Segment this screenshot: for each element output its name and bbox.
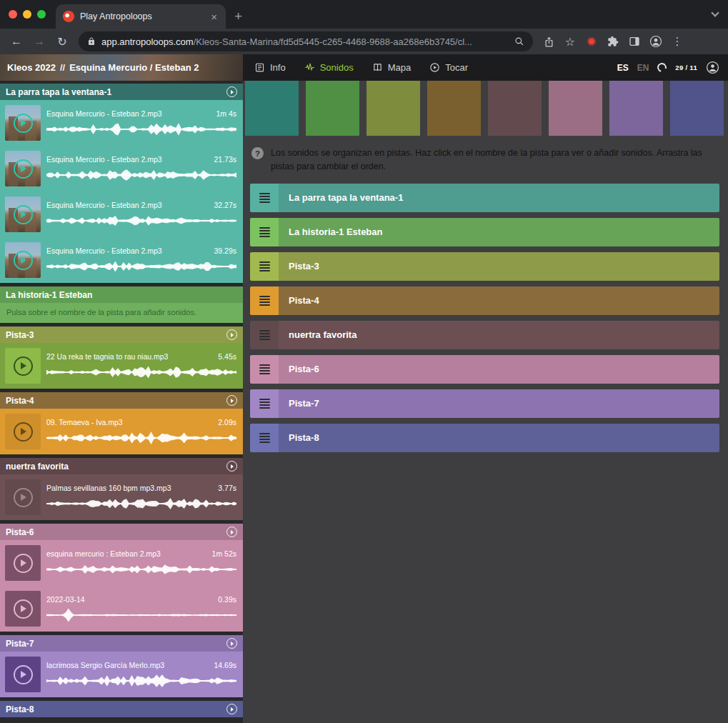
close-window-button[interactable] <box>9 10 17 19</box>
track-play-icon[interactable] <box>226 86 237 97</box>
track-row-button[interactable]: Pista-3 <box>279 252 719 281</box>
track-row[interactable]: Pista-8 <box>250 424 719 452</box>
track-play-icon[interactable] <box>226 461 237 472</box>
lang-en-button[interactable]: EN <box>637 63 649 73</box>
audio-clip[interactable]: Esquina Mercurio - Esteban 2.mp321.73s <box>0 146 243 191</box>
waveform[interactable] <box>46 259 236 274</box>
new-tab-button[interactable]: + <box>226 9 251 29</box>
drag-handle-icon[interactable] <box>250 184 279 212</box>
audio-clip[interactable]: 22 Ua reka te tagnia to rau niau.mp35.45… <box>0 343 243 389</box>
address-bar[interactable]: app.antropoloops.com/Kleos-Santa-Marina/… <box>79 31 533 51</box>
clip-play-button[interactable] <box>5 591 41 627</box>
audio-clip[interactable]: Palmas sevillanas 160 bpm mp3.mp33.77s <box>0 474 243 520</box>
browser-menu-icon[interactable]: ⋮ <box>667 31 687 51</box>
side-panel-icon[interactable] <box>624 31 644 51</box>
waveform[interactable] <box>46 562 236 577</box>
track-row-button[interactable]: Pista-7 <box>279 389 719 418</box>
track-color-swatch[interactable] <box>549 81 602 136</box>
share-icon[interactable] <box>539 31 559 51</box>
forward-button[interactable]: → <box>29 31 50 52</box>
drag-handle-icon[interactable] <box>250 355 279 384</box>
back-button[interactable]: ← <box>6 31 27 52</box>
nav-sonidos[interactable]: Sonidos <box>304 62 354 73</box>
profile-avatar[interactable] <box>646 31 666 51</box>
track-row[interactable]: nuertra favorita <box>250 321 719 349</box>
track-header[interactable]: Pista-6 <box>0 524 243 540</box>
clip-play-button[interactable] <box>5 348 41 384</box>
waveform[interactable] <box>46 430 236 446</box>
drag-handle-icon[interactable] <box>250 252 279 281</box>
minimize-window-button[interactable] <box>23 10 31 19</box>
track-color-swatch[interactable] <box>306 81 359 136</box>
track-header[interactable]: Pista-3 <box>0 326 243 343</box>
track-color-swatch[interactable] <box>609 81 663 136</box>
waveform[interactable] <box>46 607 236 623</box>
waveform[interactable] <box>46 167 236 183</box>
breadcrumb[interactable]: Kleos 2022 // Esquina Mercurio / Esteban… <box>0 54 243 81</box>
audio-clip[interactable]: esquina mercurio : Esteban 2.mp31m 52s <box>0 540 243 586</box>
account-icon[interactable] <box>706 61 719 74</box>
track-row[interactable]: Pista-4 <box>250 286 719 315</box>
track-row[interactable]: Pista-7 <box>250 389 719 418</box>
track-color-swatch[interactable] <box>488 81 542 136</box>
bookmark-star-icon[interactable]: ☆ <box>560 31 580 51</box>
waveform[interactable] <box>46 213 236 229</box>
clip-play-button[interactable] <box>5 414 41 449</box>
nav-mapa[interactable]: Mapa <box>372 62 412 73</box>
waveform[interactable] <box>46 496 236 512</box>
track-play-icon[interactable] <box>226 329 237 340</box>
track-row-button[interactable]: Pista-4 <box>279 286 719 315</box>
browser-tab[interactable]: Play Antropoloops × <box>56 4 226 29</box>
track-row-button[interactable]: Pista-8 <box>279 424 719 452</box>
audio-clip[interactable]: lacrimosa Sergio García Merlo.mp314.69s <box>0 652 243 697</box>
track-row-button[interactable]: Pista-6 <box>279 355 719 384</box>
track-color-swatch[interactable] <box>245 81 299 136</box>
drag-handle-icon[interactable] <box>250 321 279 349</box>
clip-play-button[interactable] <box>5 545 41 581</box>
audio-clip[interactable]: 09. Temaeva - Iva.mp32.09s <box>0 409 243 454</box>
track-color-swatch[interactable] <box>367 81 420 136</box>
track-color-swatch[interactable] <box>670 81 724 136</box>
extensions-puzzle-icon[interactable] <box>603 31 623 51</box>
clip-play-button[interactable] <box>5 479 41 515</box>
track-play-icon[interactable] <box>226 704 237 714</box>
track-row[interactable]: La historia-1 Esteban <box>250 218 719 246</box>
zoom-icon[interactable] <box>514 36 524 46</box>
fullscreen-window-button[interactable] <box>37 10 46 19</box>
drag-handle-icon[interactable] <box>250 424 279 452</box>
lang-es-button[interactable]: ES <box>617 63 629 73</box>
clip-play-button[interactable] <box>5 657 41 692</box>
track-row-button[interactable]: La historia-1 Esteban <box>279 218 719 246</box>
drag-handle-icon[interactable] <box>250 286 279 315</box>
clip-thumbnail[interactable] <box>5 242 41 278</box>
track-row-button[interactable]: nuertra favorita <box>279 321 719 349</box>
track-header[interactable]: La parra tapa la ventana-1 <box>0 84 243 100</box>
track-header[interactable]: Pista-7 <box>0 635 243 652</box>
clip-thumbnail[interactable] <box>5 196 41 232</box>
track-play-icon[interactable] <box>226 527 237 537</box>
clip-thumbnail[interactable] <box>5 151 41 186</box>
record-extension-icon[interactable] <box>582 31 602 51</box>
track-row[interactable]: Pista-6 <box>250 355 719 384</box>
audio-clip[interactable]: Esquina Mercurio - Esteban 2.mp339.29s <box>0 237 243 283</box>
close-tab-icon[interactable]: × <box>209 11 219 23</box>
clip-thumbnail[interactable] <box>5 105 41 141</box>
track-header[interactable]: Pista-8 <box>0 701 243 717</box>
breadcrumb-project[interactable]: Kleos 2022 <box>7 62 56 73</box>
drag-handle-icon[interactable] <box>250 389 279 418</box>
track-color-swatch[interactable] <box>427 81 481 136</box>
track-play-icon[interactable] <box>226 638 237 649</box>
track-row[interactable]: La parra tapa la ventana-1 <box>250 184 719 212</box>
audio-clip[interactable]: Esquina Mercurio - Esteban 2.mp332.27s <box>0 191 243 237</box>
drag-handle-icon[interactable] <box>250 218 279 246</box>
audio-clip[interactable]: Esquina Mercurio - Esteban 2.mp31m 4s <box>0 100 243 146</box>
track-row-button[interactable]: La parra tapa la ventana-1 <box>279 184 719 212</box>
waveform[interactable] <box>46 364 236 380</box>
track-header[interactable]: nuertra favorita <box>0 458 243 474</box>
audio-clip[interactable]: 2022-03-140.39s <box>0 586 243 632</box>
track-play-icon[interactable] <box>226 395 237 406</box>
waveform[interactable] <box>46 673 236 689</box>
nav-tocar[interactable]: Tocar <box>429 62 468 73</box>
reload-button[interactable]: ↻ <box>51 31 73 52</box>
nav-info[interactable]: Info <box>254 62 286 73</box>
